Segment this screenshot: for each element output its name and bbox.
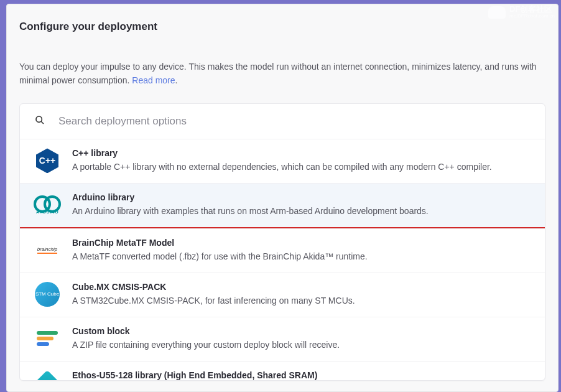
svg-point-0	[36, 116, 42, 122]
item-icon: ARDUINO	[34, 191, 61, 218]
config-panel: Configure your deployment You can deploy…	[6, 4, 559, 392]
read-more-link[interactable]: Read more	[132, 75, 175, 85]
page-title: Configure your deployment	[19, 21, 545, 33]
watermark: DF创客社区 mc.DFRobot.com.cn	[488, 5, 555, 19]
arduino-icon: ARDUINO	[34, 195, 61, 214]
intro-text: You can deploy your impulse to any devic…	[19, 60, 545, 87]
list-item[interactable]: armEthos-U55-128 library (High End Embed…	[20, 361, 545, 380]
item-icon: arm	[34, 369, 61, 380]
item-desc: An Arduino library with examples that ru…	[72, 205, 531, 217]
item-body: Cube.MX CMSIS-PACKA STM32Cube.MX CMSIS-P…	[72, 281, 531, 307]
list-item[interactable]: brainchipBrainChip MetaTF ModelA MetaTF …	[20, 228, 545, 273]
list-item[interactable]: C++C++ libraryA portable C++ library wit…	[20, 139, 545, 183]
search-input[interactable]	[58, 115, 530, 128]
list-item[interactable]: STM CubeCube.MX CMSIS-PACKA STM32Cube.MX…	[20, 273, 545, 317]
item-desc: A MetaTF converted model (.fbz) for use …	[72, 250, 531, 263]
item-body: Arduino libraryAn Arduino library with e…	[72, 191, 531, 217]
search-icon	[35, 115, 45, 128]
svg-line-1	[41, 121, 44, 124]
item-body: C++ libraryA portable C++ library with n…	[72, 147, 531, 173]
deployment-list[interactable]: C++C++ libraryA portable C++ library wit…	[20, 139, 545, 380]
item-icon	[34, 325, 61, 352]
custom-block-icon	[37, 330, 58, 347]
list-item[interactable]: Custom blockA ZIP file containing everyt…	[20, 317, 545, 361]
item-title: Cube.MX CMSIS-PACK	[72, 282, 531, 292]
ethos-icon: arm	[35, 370, 60, 380]
intro-body: You can deploy your impulse to any devic…	[19, 62, 537, 85]
item-title: Arduino library	[72, 192, 531, 202]
cpp-icon: C++	[35, 148, 60, 173]
watermark-main: DF创客社区	[509, 5, 552, 14]
watermark-robot-icon	[488, 6, 506, 19]
item-body: Ethos-U55-128 library (High End Embedded…	[72, 369, 531, 380]
item-title: C++ library	[72, 148, 531, 158]
item-desc: A portable C++ library with no external …	[72, 161, 531, 173]
deployment-card: C++C++ libraryA portable C++ library wit…	[19, 103, 545, 381]
item-desc: A STM32Cube.MX CMSIS-PACK, for fast infe…	[72, 294, 531, 307]
item-title: BrainChip MetaTF Model	[72, 238, 531, 248]
item-title: Ethos-U55-128 library (High End Embedded…	[72, 370, 531, 380]
item-desc: A ZIP file containing everything your cu…	[72, 338, 531, 351]
item-icon: STM Cube	[34, 281, 61, 308]
watermark-sub: mc.DFRobot.com.cn	[509, 14, 555, 19]
list-item[interactable]: ARDUINOArduino libraryAn Arduino library…	[20, 183, 545, 229]
intro-period: .	[175, 75, 178, 85]
item-icon: C++	[34, 147, 61, 174]
item-title: Custom block	[72, 326, 531, 336]
cube-icon: STM Cube	[35, 282, 60, 307]
brainchip-icon: brainchip	[37, 246, 57, 254]
item-body: Custom blockA ZIP file containing everyt…	[72, 325, 531, 351]
search-row	[20, 104, 545, 139]
item-icon: brainchip	[34, 236, 61, 264]
item-body: BrainChip MetaTF ModelA MetaTF converted…	[72, 236, 531, 263]
